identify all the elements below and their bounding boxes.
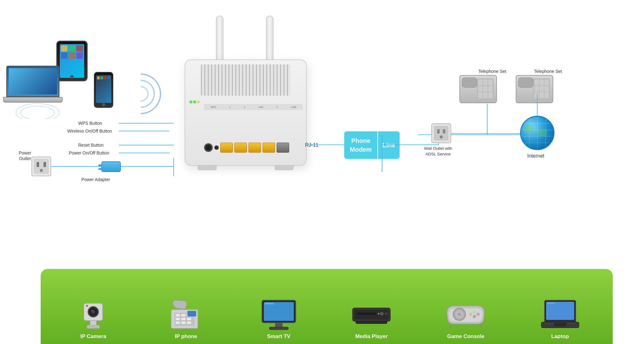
ip-phone-device: IP phone xyxy=(162,297,210,340)
smart-tv-device: Smart TV xyxy=(254,297,303,340)
svg-rect-6 xyxy=(87,325,100,328)
line-label-box: Line xyxy=(377,131,400,159)
svg-rect-24 xyxy=(269,327,288,330)
wifi-signal-arcs xyxy=(119,72,163,116)
telephone-set-1 xyxy=(459,75,500,109)
router-to-phonemodem-line xyxy=(307,144,344,145)
smart-tv-label: Smart TV xyxy=(267,333,290,340)
power-outlet xyxy=(31,156,51,176)
rj11-label: RJ-11 xyxy=(305,142,319,148)
bottom-panel: IP Camera IP phone xyxy=(41,269,613,344)
svg-point-28 xyxy=(380,312,384,316)
wireless-onoff-label: Wireless On/Off Button xyxy=(67,128,112,134)
media-player-icon xyxy=(351,297,392,331)
ip-camera-device: IP Camera xyxy=(69,297,118,340)
svg-rect-16 xyxy=(176,321,180,324)
svg-rect-21 xyxy=(264,302,294,321)
ip-phone-icon xyxy=(169,297,203,331)
svg-point-30 xyxy=(378,313,380,315)
laptop-device xyxy=(6,66,63,103)
svg-rect-47 xyxy=(567,323,577,324)
svg-point-7 xyxy=(86,305,88,307)
svg-rect-27 xyxy=(357,313,376,315)
svg-rect-5 xyxy=(90,321,96,326)
svg-point-37 xyxy=(473,315,476,318)
laptop-bottom-device: Laptop xyxy=(536,297,584,340)
outlet-to-adapter-line xyxy=(51,166,101,167)
telephone-set-2 xyxy=(516,75,556,109)
ip-phone-label: IP phone xyxy=(175,333,197,340)
phone-modem-box: Phone Modem Line xyxy=(344,131,400,159)
svg-point-38 xyxy=(469,313,472,316)
svg-rect-17 xyxy=(181,321,186,324)
mobile-phone-device xyxy=(94,72,113,108)
wall-to-internet-line xyxy=(451,133,520,134)
internet-globe xyxy=(520,116,555,150)
svg-point-36 xyxy=(477,313,480,316)
phonemodem-to-tel1-line xyxy=(382,134,382,172)
ip-camera-icon xyxy=(78,297,109,331)
label-line-reset xyxy=(119,145,174,145)
media-player-label: Media Player xyxy=(355,333,388,340)
svg-rect-31 xyxy=(356,321,387,324)
telephone-set-1-label: Telephone Set xyxy=(478,69,506,74)
laptop-bottom-label: Laptop xyxy=(551,333,569,340)
power-outlet-label: PowerOutlet xyxy=(19,150,31,161)
svg-rect-45 xyxy=(554,323,566,326)
router-central: WPS12LAN3LINE xyxy=(169,16,319,210)
svg-point-29 xyxy=(385,312,387,315)
svg-point-34 xyxy=(458,313,461,316)
power-adapter xyxy=(101,161,121,172)
adapter-to-router-line xyxy=(121,166,173,167)
telephone-set-2-label: Telephone Set xyxy=(534,69,562,74)
tel1-horizontal-line xyxy=(418,134,496,135)
phone-label-box: Phone Modem xyxy=(344,131,377,159)
svg-point-4 xyxy=(91,310,93,311)
svg-rect-14 xyxy=(181,318,186,320)
svg-rect-11 xyxy=(181,314,186,316)
power-adapter-label: Power Adapter xyxy=(81,177,110,182)
phonemodem-to-wall-line-h xyxy=(382,144,438,145)
svg-rect-22 xyxy=(265,303,274,304)
label-line-wireless xyxy=(119,131,169,131)
svg-rect-10 xyxy=(176,314,180,316)
game-console-device: Game Console xyxy=(440,297,492,340)
label-line-power xyxy=(119,153,170,153)
wps-button-label: WPS Button xyxy=(78,120,102,126)
tel1-line-v xyxy=(487,104,488,134)
smart-tv-icon xyxy=(260,297,298,331)
laptop-bottom-icon xyxy=(540,297,580,331)
svg-rect-18 xyxy=(187,321,191,324)
media-player-device: Media Player xyxy=(347,297,396,340)
reset-button-label: Reset Button xyxy=(78,142,104,148)
wall-outlet xyxy=(431,123,451,143)
wall-outlet-label: Wall Outlet withADSL Service xyxy=(424,146,452,157)
svg-rect-42 xyxy=(547,303,555,304)
ip-camera-label: IP Camera xyxy=(80,333,106,340)
svg-point-35 xyxy=(473,311,476,314)
svg-rect-15 xyxy=(187,318,191,320)
power-onoff-label: Power On/Off Button xyxy=(69,150,109,156)
label-line-wps xyxy=(119,123,174,124)
svg-rect-46 xyxy=(544,323,553,324)
game-console-icon xyxy=(444,297,488,331)
svg-rect-13 xyxy=(176,318,180,320)
router-bottom-vline xyxy=(173,158,174,176)
internet-label: Internet xyxy=(527,153,544,159)
svg-rect-19 xyxy=(187,311,196,316)
svg-rect-41 xyxy=(546,302,574,320)
game-console-label: Game Console xyxy=(447,333,484,340)
router-body: WPS12LAN3LINE xyxy=(185,59,307,166)
